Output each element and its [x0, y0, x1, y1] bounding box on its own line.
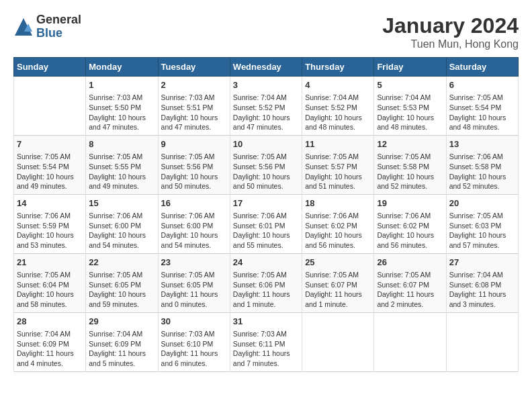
day-number: 6 — [449, 79, 515, 91]
calendar-cell — [374, 312, 446, 371]
calendar-cell: 14Sunrise: 7:06 AM Sunset: 5:59 PM Dayli… — [14, 194, 86, 253]
calendar-cell: 30Sunrise: 7:03 AM Sunset: 6:10 PM Dayli… — [158, 312, 230, 371]
calendar-cell: 6Sunrise: 7:05 AM Sunset: 5:54 PM Daylig… — [446, 77, 518, 136]
page-title: January 2024 — [382, 13, 519, 38]
day-number: 20 — [449, 197, 515, 210]
logo-general: General — [36, 13, 81, 27]
day-number: 18 — [305, 197, 371, 210]
header-cell-thursday: Thursday — [302, 58, 374, 77]
calendar-cell: 1Sunrise: 7:03 AM Sunset: 5:50 PM Daylig… — [86, 77, 158, 136]
day-info: Sunrise: 7:05 AM Sunset: 5:57 PM Dayligh… — [305, 152, 371, 191]
day-number: 12 — [377, 138, 443, 150]
day-number: 13 — [449, 138, 515, 150]
calendar-cell: 25Sunrise: 7:05 AM Sunset: 6:07 PM Dayli… — [302, 253, 374, 312]
day-number: 17 — [233, 197, 299, 210]
day-number: 9 — [161, 138, 227, 150]
calendar-cell: 17Sunrise: 7:06 AM Sunset: 6:01 PM Dayli… — [230, 194, 302, 253]
day-info: Sunrise: 7:05 AM Sunset: 6:07 PM Dayligh… — [305, 270, 371, 310]
day-number: 15 — [89, 197, 154, 210]
page-subtitle: Tuen Mun, Hong Kong — [382, 38, 519, 50]
calendar-cell: 2Sunrise: 7:03 AM Sunset: 5:51 PM Daylig… — [158, 77, 230, 136]
header-cell-tuesday: Tuesday — [158, 58, 230, 77]
calendar-cell: 13Sunrise: 7:06 AM Sunset: 5:58 PM Dayli… — [446, 135, 518, 194]
day-number: 24 — [233, 257, 299, 269]
day-info: Sunrise: 7:06 AM Sunset: 6:01 PM Dayligh… — [233, 211, 299, 250]
day-number: 7 — [17, 138, 83, 150]
day-number: 19 — [377, 197, 443, 210]
header-row: SundayMondayTuesdayWednesdayThursdayFrid… — [14, 58, 519, 77]
day-info: Sunrise: 7:05 AM Sunset: 6:04 PM Dayligh… — [17, 270, 83, 310]
day-info: Sunrise: 7:05 AM Sunset: 6:06 PM Dayligh… — [233, 270, 299, 310]
calendar-cell: 18Sunrise: 7:06 AM Sunset: 6:02 PM Dayli… — [302, 194, 374, 253]
calendar-cell: 31Sunrise: 7:03 AM Sunset: 6:11 PM Dayli… — [230, 312, 302, 371]
day-info: Sunrise: 7:05 AM Sunset: 5:58 PM Dayligh… — [377, 152, 443, 191]
calendar-cell: 16Sunrise: 7:06 AM Sunset: 6:00 PM Dayli… — [158, 194, 230, 253]
calendar-cell: 23Sunrise: 7:05 AM Sunset: 6:05 PM Dayli… — [158, 253, 230, 312]
calendar-cell: 11Sunrise: 7:05 AM Sunset: 5:57 PM Dayli… — [302, 135, 374, 194]
day-number: 3 — [233, 79, 299, 91]
calendar-cell: 7Sunrise: 7:05 AM Sunset: 5:54 PM Daylig… — [14, 135, 86, 194]
day-number: 5 — [377, 79, 443, 91]
day-info: Sunrise: 7:03 AM Sunset: 5:51 PM Dayligh… — [161, 93, 227, 132]
day-info: Sunrise: 7:06 AM Sunset: 6:02 PM Dayligh… — [305, 211, 371, 250]
calendar-cell — [14, 77, 86, 136]
day-info: Sunrise: 7:03 AM Sunset: 6:11 PM Dayligh… — [233, 329, 299, 369]
day-info: Sunrise: 7:04 AM Sunset: 5:52 PM Dayligh… — [305, 93, 371, 132]
day-number: 29 — [89, 316, 154, 328]
calendar-cell: 27Sunrise: 7:04 AM Sunset: 6:08 PM Dayli… — [446, 253, 518, 312]
day-info: Sunrise: 7:05 AM Sunset: 6:05 PM Dayligh… — [89, 270, 154, 310]
calendar-cell — [302, 312, 374, 371]
calendar-cell: 9Sunrise: 7:05 AM Sunset: 5:56 PM Daylig… — [158, 135, 230, 194]
day-number: 28 — [17, 316, 83, 328]
calendar-cell: 10Sunrise: 7:05 AM Sunset: 5:56 PM Dayli… — [230, 135, 302, 194]
calendar-cell: 19Sunrise: 7:06 AM Sunset: 6:02 PM Dayli… — [374, 194, 446, 253]
calendar-cell: 8Sunrise: 7:05 AM Sunset: 5:55 PM Daylig… — [86, 135, 158, 194]
title-block: January 2024 Tuen Mun, Hong Kong — [382, 13, 519, 50]
day-info: Sunrise: 7:04 AM Sunset: 6:09 PM Dayligh… — [89, 329, 154, 369]
header-cell-wednesday: Wednesday — [230, 58, 302, 77]
logo: General Blue — [13, 13, 81, 40]
header-cell-sunday: Sunday — [14, 58, 86, 77]
calendar-cell: 24Sunrise: 7:05 AM Sunset: 6:06 PM Dayli… — [230, 253, 302, 312]
day-info: Sunrise: 7:05 AM Sunset: 5:55 PM Dayligh… — [89, 152, 154, 191]
day-info: Sunrise: 7:05 AM Sunset: 5:54 PM Dayligh… — [17, 152, 83, 191]
calendar-cell — [446, 312, 518, 371]
day-info: Sunrise: 7:03 AM Sunset: 6:10 PM Dayligh… — [161, 329, 227, 369]
day-info: Sunrise: 7:05 AM Sunset: 5:56 PM Dayligh… — [233, 152, 299, 191]
day-number: 14 — [17, 197, 83, 210]
week-row-3: 14Sunrise: 7:06 AM Sunset: 5:59 PM Dayli… — [14, 194, 519, 253]
header-cell-saturday: Saturday — [446, 58, 518, 77]
day-number: 31 — [233, 316, 299, 328]
calendar-cell: 22Sunrise: 7:05 AM Sunset: 6:05 PM Dayli… — [86, 253, 158, 312]
logo-blue: Blue — [36, 27, 81, 40]
day-info: Sunrise: 7:05 AM Sunset: 6:07 PM Dayligh… — [377, 270, 443, 310]
day-number: 26 — [377, 257, 443, 269]
day-number: 1 — [89, 79, 154, 91]
day-info: Sunrise: 7:06 AM Sunset: 5:58 PM Dayligh… — [449, 152, 515, 191]
day-number: 27 — [449, 257, 515, 269]
day-number: 25 — [305, 257, 371, 269]
page-header: General Blue January 2024 Tuen Mun, Hong… — [13, 13, 519, 50]
day-number: 4 — [305, 79, 371, 91]
day-info: Sunrise: 7:05 AM Sunset: 5:56 PM Dayligh… — [161, 152, 227, 191]
day-info: Sunrise: 7:04 AM Sunset: 5:52 PM Dayligh… — [233, 93, 299, 132]
day-info: Sunrise: 7:06 AM Sunset: 6:00 PM Dayligh… — [161, 211, 227, 250]
day-info: Sunrise: 7:04 AM Sunset: 6:08 PM Dayligh… — [449, 270, 515, 310]
day-info: Sunrise: 7:03 AM Sunset: 5:50 PM Dayligh… — [89, 93, 154, 132]
calendar-cell: 29Sunrise: 7:04 AM Sunset: 6:09 PM Dayli… — [86, 312, 158, 371]
day-number: 21 — [17, 257, 83, 269]
day-number: 10 — [233, 138, 299, 150]
day-number: 16 — [161, 197, 227, 210]
day-number: 22 — [89, 257, 154, 269]
day-number: 30 — [161, 316, 227, 328]
calendar-cell: 21Sunrise: 7:05 AM Sunset: 6:04 PM Dayli… — [14, 253, 86, 312]
calendar-cell: 12Sunrise: 7:05 AM Sunset: 5:58 PM Dayli… — [374, 135, 446, 194]
logo-text: General Blue — [36, 13, 81, 40]
calendar-cell: 4Sunrise: 7:04 AM Sunset: 5:52 PM Daylig… — [302, 77, 374, 136]
week-row-4: 21Sunrise: 7:05 AM Sunset: 6:04 PM Dayli… — [14, 253, 519, 312]
week-row-1: 1Sunrise: 7:03 AM Sunset: 5:50 PM Daylig… — [14, 77, 519, 136]
calendar-cell: 3Sunrise: 7:04 AM Sunset: 5:52 PM Daylig… — [230, 77, 302, 136]
day-info: Sunrise: 7:05 AM Sunset: 6:03 PM Dayligh… — [449, 211, 515, 250]
day-number: 2 — [161, 79, 227, 91]
calendar-table: SundayMondayTuesdayWednesdayThursdayFrid… — [13, 57, 519, 372]
